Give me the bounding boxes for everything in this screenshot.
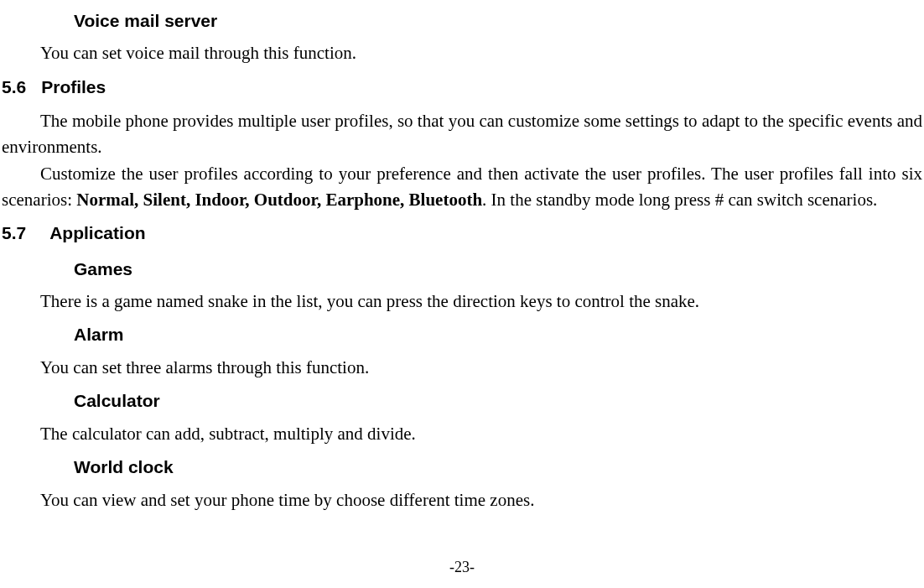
heading-voicemail: Voice mail server <box>74 8 922 34</box>
para-profiles-2-bold: Normal, Silent, Indoor, Outdoor, Earphon… <box>76 190 482 210</box>
para-worldclock: You can view and set your phone time by … <box>2 487 922 513</box>
heading-application-number: 5.7 <box>2 221 26 246</box>
para-calculator: The calculator can add, subtract, multip… <box>2 421 922 446</box>
para-voicemail: You can set voice mail through this func… <box>2 40 922 65</box>
heading-calculator: Calculator <box>74 388 922 414</box>
heading-games: Games <box>74 257 922 282</box>
para-profiles-2: Customize the user profiles according to… <box>2 161 922 212</box>
page-number: -23- <box>0 556 924 578</box>
heading-profiles-number: 5.6 <box>2 75 26 100</box>
heading-profiles-title: Profiles <box>41 77 106 96</box>
para-profiles-2c: . In the standby mode long press # can s… <box>482 190 877 210</box>
heading-worldclock: World clock <box>74 455 922 480</box>
heading-profiles: 5.6Profiles <box>2 75 922 100</box>
heading-application-title: Application <box>49 223 145 242</box>
heading-alarm: Alarm <box>74 322 922 347</box>
para-games: There is a game named snake in the list,… <box>2 289 922 314</box>
para-alarm: You can set three alarms through this fu… <box>2 355 922 380</box>
heading-application: 5.7Application <box>2 221 922 246</box>
para-profiles-1: The mobile phone provides multiple user … <box>2 108 922 159</box>
